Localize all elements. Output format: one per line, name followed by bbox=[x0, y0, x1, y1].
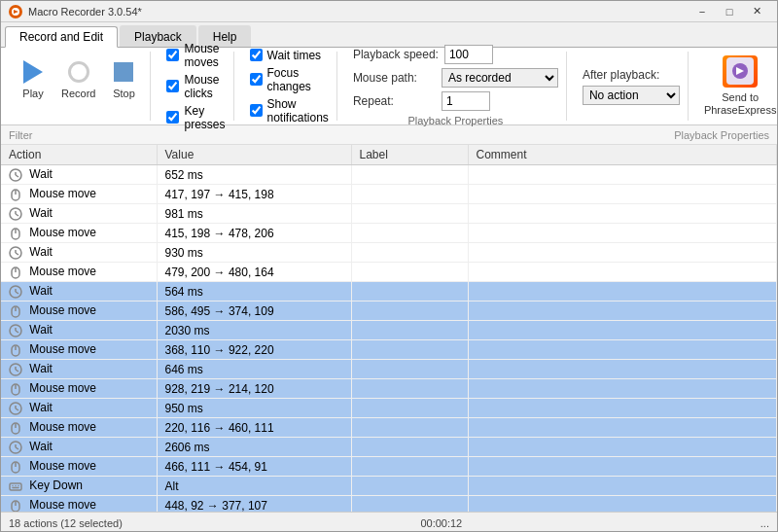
cell-comment bbox=[468, 360, 777, 379]
cell-comment bbox=[468, 224, 777, 243]
svg-line-5 bbox=[16, 175, 18, 177]
cell-value: 2606 ms bbox=[157, 438, 351, 457]
repeat-label: Repeat: bbox=[353, 94, 436, 108]
mouse-icon bbox=[9, 460, 22, 474]
svg-line-40 bbox=[16, 447, 18, 449]
cell-comment bbox=[468, 418, 777, 438]
cell-label bbox=[351, 165, 468, 185]
speed-row: Playback speed: bbox=[353, 45, 558, 64]
after-playback-select[interactable]: No action Close application bbox=[583, 86, 680, 105]
clock-icon bbox=[9, 168, 22, 182]
cell-value: 652 ms bbox=[157, 165, 351, 185]
col-header-comment: Comment bbox=[468, 145, 777, 165]
table-row[interactable]: Mouse move 586, 495 → 374, 109 bbox=[1, 301, 777, 321]
table-row[interactable]: Mouse move 466, 111 → 454, 91 bbox=[1, 457, 777, 477]
speed-input[interactable] bbox=[444, 45, 493, 64]
stop-button[interactable]: Stop bbox=[105, 55, 142, 103]
phrase-express-icon bbox=[723, 55, 758, 88]
cell-action: Mouse move bbox=[1, 340, 157, 360]
title-bar: Macro Recorder 3.0.54* − □ ✕ bbox=[1, 1, 777, 22]
cell-action: Key Down bbox=[1, 477, 157, 496]
table-row[interactable]: Wait 652 ms bbox=[1, 165, 777, 185]
maximize-button[interactable]: □ bbox=[717, 3, 742, 20]
svg-line-10 bbox=[16, 214, 18, 216]
status-actions: 18 actions (12 selected) bbox=[9, 517, 123, 529]
cell-comment bbox=[468, 379, 777, 399]
cell-label bbox=[351, 457, 468, 477]
svg-line-35 bbox=[16, 408, 18, 410]
repeat-row: Repeat: bbox=[353, 91, 558, 111]
play-button[interactable]: Play bbox=[15, 55, 52, 103]
table-row[interactable]: Wait 981 ms bbox=[1, 204, 777, 224]
mouse-icon bbox=[9, 188, 22, 201]
table-row[interactable]: Wait 2030 ms bbox=[1, 321, 777, 340]
mouse-icon bbox=[9, 304, 22, 318]
checkbox-mouse-moves[interactable]: Mouse moves bbox=[166, 42, 225, 69]
actions-table-container[interactable]: Action Value Label Comment Wait 652 ms M… bbox=[1, 145, 777, 512]
cell-comment bbox=[468, 282, 777, 301]
svg-rect-43 bbox=[10, 483, 21, 490]
table-row[interactable]: Mouse move 417, 197 → 415, 198 bbox=[1, 185, 777, 204]
record-button[interactable]: Record bbox=[57, 55, 99, 103]
table-row[interactable]: Wait 646 ms bbox=[1, 360, 777, 379]
clock-icon bbox=[9, 246, 22, 260]
table-row[interactable]: Wait 2606 ms bbox=[1, 438, 777, 457]
cell-comment bbox=[468, 165, 777, 185]
mouse-icon bbox=[9, 382, 22, 396]
checkbox-show-notifications[interactable]: Show notifications bbox=[250, 97, 329, 124]
path-select[interactable]: As recorded Straight line bbox=[442, 68, 558, 88]
cell-action: Wait bbox=[1, 360, 157, 379]
table-row[interactable]: Mouse move 448, 92 → 377, 107 bbox=[1, 496, 777, 513]
checkbox-key-presses[interactable]: Key presses bbox=[166, 104, 225, 131]
tab-record-edit[interactable]: Record and Edit bbox=[5, 26, 118, 48]
window-controls[interactable]: − □ ✕ bbox=[690, 3, 769, 20]
path-label: Mouse path: bbox=[353, 71, 436, 85]
table-row[interactable]: Wait 564 ms bbox=[1, 282, 777, 301]
path-row: Mouse path: As recorded Straight line bbox=[353, 68, 558, 88]
close-button[interactable]: ✕ bbox=[744, 3, 769, 20]
col-header-value: Value bbox=[157, 145, 351, 165]
send-to-phraseexpress-button[interactable]: Send toPhraseExpress bbox=[704, 91, 777, 117]
actions-table: Action Value Label Comment Wait 652 ms M… bbox=[1, 145, 777, 512]
cell-value: 466, 111 → 454, 91 bbox=[157, 457, 351, 477]
repeat-input[interactable] bbox=[442, 91, 490, 111]
table-row[interactable]: Key Down Alt bbox=[1, 477, 777, 496]
table-row[interactable]: Mouse move 928, 219 → 214, 120 bbox=[1, 379, 777, 399]
stop-label: Stop bbox=[113, 88, 135, 99]
window-title: Macro Recorder 3.0.54* bbox=[28, 6, 142, 18]
mouse-icon bbox=[9, 266, 22, 279]
checkbox-wait-times[interactable]: Wait times bbox=[250, 49, 329, 62]
table-row[interactable]: Mouse move 220, 116 → 460, 111 bbox=[1, 418, 777, 438]
table-row[interactable]: Mouse move 479, 200 → 480, 164 bbox=[1, 263, 777, 282]
mouse-icon bbox=[9, 343, 22, 357]
cell-label bbox=[351, 379, 468, 399]
cell-comment bbox=[468, 185, 777, 204]
cell-comment bbox=[468, 204, 777, 224]
checkbox-mouse-clicks[interactable]: Mouse clicks bbox=[166, 73, 225, 100]
cell-value: 415, 198 → 478, 206 bbox=[157, 224, 351, 243]
cell-action: Wait bbox=[1, 204, 157, 224]
keyboard-icon bbox=[9, 479, 22, 493]
cell-comment bbox=[468, 399, 777, 418]
record-label: Record bbox=[61, 88, 95, 99]
minimize-button[interactable]: − bbox=[690, 3, 715, 20]
table-row[interactable]: Wait 930 ms bbox=[1, 243, 777, 263]
table-row[interactable]: Mouse move 415, 198 → 478, 206 bbox=[1, 224, 777, 243]
cell-value: Alt bbox=[157, 477, 351, 496]
cell-value: 220, 116 → 460, 111 bbox=[157, 418, 351, 438]
checkbox-focus-changes[interactable]: Focus changes bbox=[250, 66, 329, 93]
cell-label bbox=[351, 340, 468, 360]
clock-icon bbox=[9, 324, 22, 337]
playback-controls: Play Record Stop bbox=[7, 52, 151, 121]
cell-label bbox=[351, 204, 468, 224]
cell-action: Wait bbox=[1, 321, 157, 340]
cell-action: Mouse move bbox=[1, 418, 157, 438]
table-row[interactable]: Mouse move 368, 110 → 922, 220 bbox=[1, 340, 777, 360]
cell-value: 586, 495 → 374, 109 bbox=[157, 301, 351, 321]
table-row[interactable]: Wait 950 ms bbox=[1, 399, 777, 418]
checkboxes-group1: Mouse moves Mouse clicks Key presses bbox=[159, 52, 233, 121]
svg-line-30 bbox=[16, 370, 18, 372]
main-toolbar: Play Record Stop Mouse moves Mouse click… bbox=[1, 48, 777, 125]
cell-action: Wait bbox=[1, 399, 157, 418]
after-playback-row: After playback: bbox=[583, 68, 680, 82]
